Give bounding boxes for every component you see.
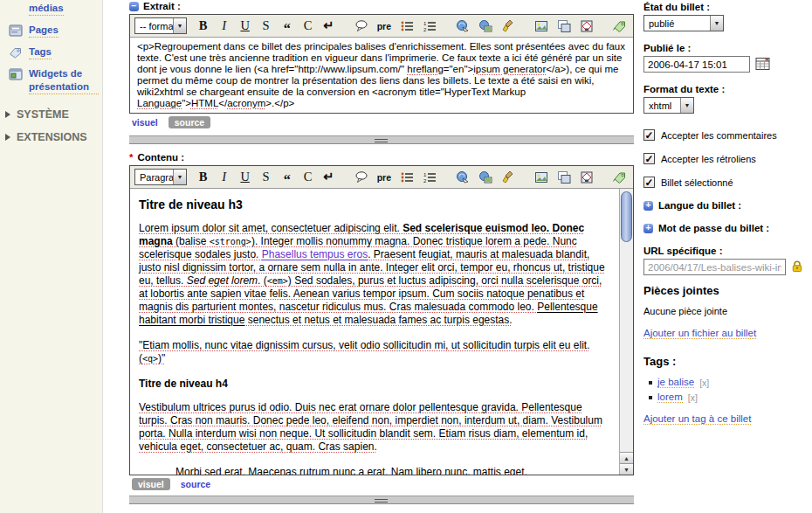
underline-button[interactable]: U <box>237 170 253 185</box>
insert-link-icon[interactable] <box>454 18 471 34</box>
content-editable-region[interactable]: Titre de niveau h3 Lorem ipsum dolor sit… <box>130 189 633 475</box>
post-language-field[interactable]: + Langue du billet : <box>643 200 811 211</box>
ordered-list-icon[interactable]: 12 <box>421 170 438 185</box>
clean-format-icon[interactable] <box>499 18 517 34</box>
save-icon[interactable] <box>578 170 595 185</box>
excerpt-resize-handle[interactable] <box>129 135 634 144</box>
code-button[interactable]: C <box>300 170 316 185</box>
tag-icon[interactable] <box>611 170 629 185</box>
preformatted-button[interactable]: pre <box>375 18 393 34</box>
toolbar-buttons: B I U S “ C ↵ pre 12 <box>196 170 629 185</box>
tag-link[interactable]: lorem <box>657 392 683 403</box>
save-icon[interactable] <box>578 18 595 34</box>
accept-comments-checkbox[interactable]: ✓ Accepter les commentaires <box>643 129 811 141</box>
underline-button[interactable]: U <box>237 18 253 34</box>
italic-button[interactable]: I <box>217 18 232 34</box>
content-field-label: * Contenu : <box>129 152 634 163</box>
sidebar-section-systeme[interactable]: SYSTÈME <box>0 98 102 121</box>
text-format-select[interactable]: xhtml ▼ <box>643 97 694 114</box>
lock-icon[interactable] <box>791 260 803 274</box>
collapse-icon[interactable]: − <box>129 2 139 11</box>
sidebar-item-label: Widgets de présentation <box>29 67 99 94</box>
scrollbar-thumb[interactable] <box>621 191 632 242</box>
published-date-input[interactable] <box>643 56 750 73</box>
strikethrough-button[interactable]: S <box>258 170 274 185</box>
bold-button[interactable]: B <box>196 18 211 34</box>
blockquote-icon[interactable] <box>353 170 370 185</box>
text-format-label: Format du texte : <box>643 84 811 94</box>
tab-source[interactable]: source <box>169 116 210 128</box>
sidebar-item-pages[interactable]: Pages <box>0 19 102 41</box>
tag-list: je balise [x] lorem [x] <box>649 377 811 403</box>
svg-text:2: 2 <box>423 27 427 32</box>
tag-item: lorem [x] <box>649 392 811 403</box>
strikethrough-button[interactable]: S <box>258 18 274 34</box>
excerpt-source-textarea[interactable]: <p>Regroupement dans ce billet des princ… <box>130 38 633 113</box>
tab-source[interactable]: source <box>181 479 210 489</box>
expand-icon[interactable]: + <box>643 224 653 233</box>
post-status-select[interactable]: publié ▼ <box>643 15 724 31</box>
chevron-down-icon: ▼ <box>173 18 186 33</box>
selected-post-checkbox[interactable]: ✓ Billet sélectionné <box>643 177 811 188</box>
linebreak-button[interactable]: ↵ <box>321 170 337 185</box>
post-password-field[interactable]: + Mot de passe du billet : <box>643 223 811 233</box>
remove-tag-button[interactable]: [x] <box>699 378 709 388</box>
unordered-list-icon[interactable] <box>398 18 416 34</box>
quote-button[interactable]: “ <box>279 18 295 34</box>
admin-sidebar: médias Pages Tags Widgets de présentatio… <box>0 0 103 513</box>
content-label: Contenu : <box>137 152 184 163</box>
quote-button[interactable]: “ <box>279 170 295 185</box>
insert-media-link-icon[interactable] <box>477 18 494 34</box>
post-editor-page: médias Pages Tags Widgets de présentatio… <box>0 0 812 513</box>
content-heading-h3: Titre de niveau h3 <box>139 198 610 211</box>
expand-icon[interactable]: + <box>643 201 653 211</box>
triangle-right-icon <box>5 134 10 141</box>
grip-icon <box>375 499 388 503</box>
widgets-icon <box>9 68 23 80</box>
insert-image-icon[interactable] <box>533 18 550 34</box>
linebreak-button[interactable]: ↵ <box>321 18 337 34</box>
accept-trackbacks-checkbox[interactable]: ✓ Accepter les rétroliens <box>643 153 811 164</box>
clean-format-icon[interactable] <box>499 170 517 185</box>
scroll-down-button[interactable]: ▼ <box>620 463 633 475</box>
sidebar-item-medias[interactable]: médias <box>0 0 102 19</box>
main-column: − Extrait : -- format bloc -- ▼ B I U S … <box>129 0 634 513</box>
add-attachment-link[interactable]: Ajouter un fichier au billet <box>643 328 756 339</box>
italic-button[interactable]: I <box>217 170 232 185</box>
tag-icon[interactable] <box>611 18 629 34</box>
add-tag-link[interactable]: Ajouter un tag à ce billet <box>643 413 751 425</box>
block-format-select[interactable]: -- format bloc -- ▼ <box>134 17 187 34</box>
tab-visual[interactable]: visuel <box>132 117 158 128</box>
checkbox-checked-icon: ✓ <box>643 177 655 188</box>
unordered-list-icon[interactable] <box>398 170 416 185</box>
post-language-label: Langue du billet : <box>658 200 741 211</box>
insert-media-link-icon[interactable] <box>477 170 494 185</box>
bold-button[interactable]: B <box>196 170 211 185</box>
media-popup-icon[interactable] <box>555 18 573 34</box>
calendar-icon[interactable] <box>755 57 770 73</box>
tag-link[interactable]: je balise <box>657 377 694 388</box>
remove-tag-button[interactable]: [x] <box>688 392 698 403</box>
insert-link-icon[interactable] <box>454 170 471 185</box>
sidebar-section-label: EXTENSIONS <box>17 131 87 143</box>
blockquote-icon[interactable] <box>353 18 370 34</box>
code-button[interactable]: C <box>300 18 316 34</box>
content-scrollbar[interactable]: ▲ ▼ <box>619 189 633 475</box>
paragraph-format-select[interactable]: Paragraphe ▼ <box>134 169 187 185</box>
tab-visual[interactable]: visuel <box>132 478 170 490</box>
insert-image-icon[interactable] <box>533 170 550 185</box>
content-resize-handle[interactable] <box>129 496 634 504</box>
sidebar-item-widgets[interactable]: Widgets de présentation <box>0 63 102 98</box>
sidebar-item-tags[interactable]: Tags <box>0 41 102 63</box>
media-popup-icon[interactable] <box>555 170 573 185</box>
checkbox-label: Accepter les commentaires <box>661 130 777 141</box>
bullet-icon <box>649 381 652 385</box>
content-quote-paragraph: "Etiam mollis, nunc vitae dignissim curs… <box>139 339 610 365</box>
sidebar-section-extensions[interactable]: EXTENSIONS <box>0 121 102 143</box>
ordered-list-icon[interactable]: 12 <box>421 18 438 34</box>
triangle-right-icon <box>5 111 10 118</box>
specific-url-label: URL spécifique : <box>643 246 811 256</box>
tags-icon <box>9 46 23 59</box>
preformatted-button[interactable]: pre <box>375 170 393 185</box>
scroll-up-button[interactable]: ▲ <box>620 452 633 463</box>
